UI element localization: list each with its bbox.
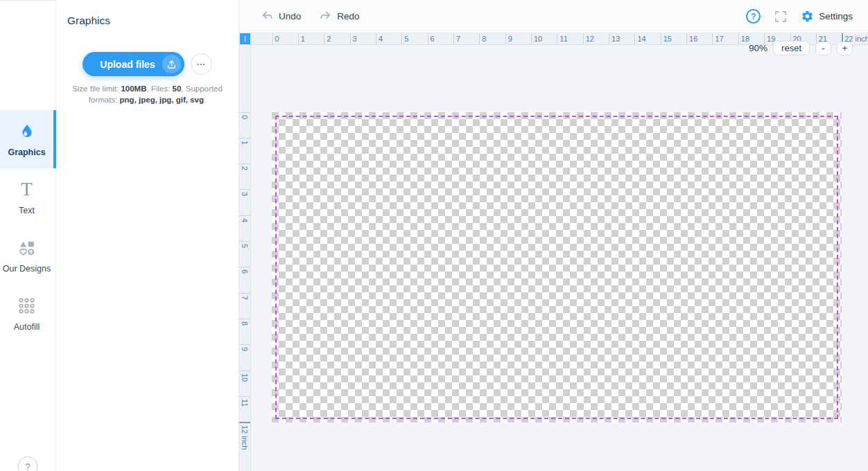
zoom-reset-button[interactable]: reset: [773, 41, 810, 55]
sidebar-item-label: Our Designs: [3, 264, 51, 274]
gear-icon: [801, 10, 814, 23]
workspace: Undo Redo ?: [239, 0, 868, 471]
zoom-controls: 90% reset - +: [749, 41, 853, 55]
zoom-level: 90%: [749, 43, 767, 53]
undo-icon: [261, 10, 274, 23]
panel-title: Graphics: [56, 0, 238, 27]
upload-files-label: Upload files: [100, 59, 155, 70]
zoom-in-button[interactable]: +: [837, 42, 853, 55]
fullscreen-button[interactable]: [774, 10, 788, 24]
vertical-ruler: 0123456789101112 inch: [239, 45, 251, 471]
upload-limits-text: Size file limit: 100MB, Files: 50, Suppo…: [72, 84, 223, 105]
shapes-icon: [18, 238, 36, 258]
app-window: Graphics T Text Our Designs: [0, 0, 868, 471]
icon-sidebar: Graphics T Text Our Designs: [0, 0, 56, 471]
sidebar-item-label: Text: [19, 206, 35, 215]
settings-button[interactable]: Settings: [801, 10, 853, 23]
canvas-toolbar: Undo Redo ?: [239, 0, 868, 33]
sidebar-nav: Graphics T Text Our Designs: [0, 110, 55, 343]
graphics-panel: Graphics Upload files ... Size file limi…: [56, 0, 239, 471]
redo-button[interactable]: Redo: [319, 10, 359, 23]
text-icon: T: [21, 180, 33, 199]
more-options-button[interactable]: ...: [191, 53, 212, 75]
help-circle-icon[interactable]: ?: [746, 9, 761, 24]
sidebar-item-label: Autofill: [14, 322, 40, 332]
fullscreen-icon: [774, 10, 788, 24]
sidebar-item-our-designs[interactable]: Our Designs: [0, 226, 56, 285]
sidebar-item-graphics[interactable]: Graphics: [0, 110, 56, 168]
upload-icon: [162, 55, 181, 73]
help-icon[interactable]: ?: [18, 456, 38, 471]
droplet-icon: [18, 122, 36, 141]
history-controls: Undo Redo: [261, 10, 360, 23]
design-canvas[interactable]: [272, 112, 842, 423]
undo-button[interactable]: Undo: [261, 10, 301, 23]
toolbar-right: ? Settings: [746, 9, 853, 24]
redo-icon: [319, 10, 332, 23]
settings-label: Settings: [819, 11, 853, 21]
bleed-border: [275, 116, 838, 419]
sidebar-item-text[interactable]: T Text: [0, 168, 56, 226]
upload-files-button[interactable]: Upload files: [83, 52, 184, 76]
sidebar-item-label: Graphics: [8, 148, 45, 157]
zoom-out-button[interactable]: -: [815, 42, 831, 55]
redo-label: Redo: [337, 11, 359, 21]
sidebar-item-autofill[interactable]: Autofill: [0, 285, 56, 343]
dots-grid-icon: [18, 296, 35, 316]
undo-label: Undo: [279, 11, 301, 21]
upload-row: Upload files ...: [56, 52, 238, 76]
ruler-origin-indicator: I: [240, 33, 250, 44]
